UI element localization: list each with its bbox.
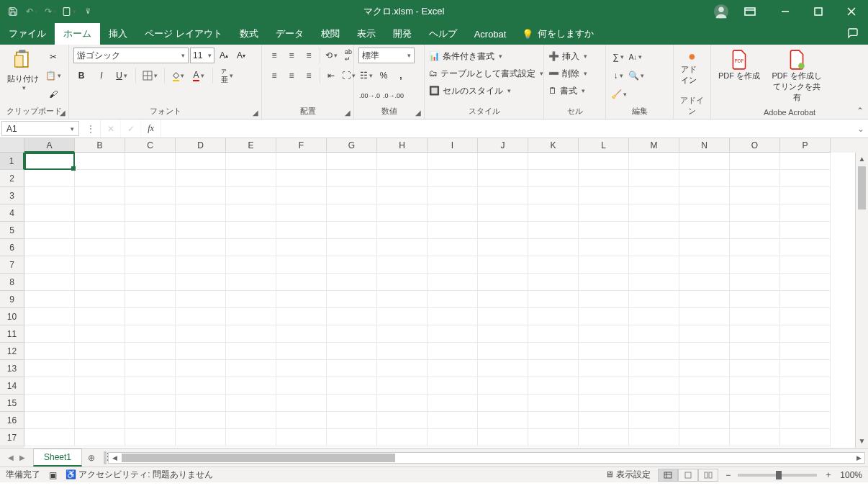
addins-button[interactable]: ● アドイン bbox=[678, 48, 706, 87]
cell[interactable] bbox=[629, 187, 679, 204]
cell[interactable] bbox=[629, 395, 679, 412]
font-name-combo[interactable]: 游ゴシック▾ bbox=[73, 48, 189, 63]
cell[interactable] bbox=[226, 187, 276, 204]
cell[interactable] bbox=[176, 325, 226, 343]
cell[interactable] bbox=[75, 239, 125, 256]
scroll-up-button[interactable]: ▲ bbox=[856, 153, 868, 166]
cell[interactable] bbox=[276, 395, 327, 412]
row-header-10[interactable]: 10 bbox=[0, 308, 24, 325]
cell[interactable] bbox=[428, 412, 478, 429]
cell[interactable] bbox=[629, 291, 679, 308]
cell[interactable] bbox=[24, 204, 75, 222]
cell[interactable] bbox=[730, 377, 780, 395]
row-header-3[interactable]: 3 bbox=[0, 187, 24, 204]
tab-split-handle[interactable]: ⋮ bbox=[104, 451, 107, 464]
cell[interactable] bbox=[176, 412, 226, 429]
cell[interactable] bbox=[730, 429, 780, 446]
cell[interactable] bbox=[377, 308, 428, 325]
cell[interactable] bbox=[176, 395, 226, 412]
qat-customize-icon[interactable]: ⊽ bbox=[81, 4, 95, 19]
cut-button[interactable]: ✂ bbox=[45, 49, 62, 65]
align-right-button[interactable]: ≡ bbox=[301, 68, 317, 84]
column-header-G[interactable]: G bbox=[327, 138, 377, 153]
column-header-A[interactable]: A bbox=[24, 138, 75, 153]
cell[interactable] bbox=[125, 429, 176, 446]
bold-button[interactable]: B bbox=[73, 68, 89, 84]
percent-button[interactable]: % bbox=[376, 68, 392, 84]
align-top-button[interactable]: ≡ bbox=[266, 48, 282, 63]
cell[interactable] bbox=[276, 360, 327, 377]
cell[interactable] bbox=[528, 395, 579, 412]
cell[interactable] bbox=[579, 377, 629, 395]
cell[interactable] bbox=[75, 360, 125, 377]
cell[interactable] bbox=[478, 325, 528, 343]
column-header-E[interactable]: E bbox=[226, 138, 276, 153]
cell[interactable] bbox=[579, 239, 629, 256]
borders-button[interactable]: ▾ bbox=[142, 68, 158, 84]
cell[interactable] bbox=[780, 204, 831, 222]
scroll-right-button[interactable]: ▶ bbox=[853, 453, 864, 463]
cell[interactable] bbox=[780, 222, 831, 239]
horizontal-scrollbar[interactable]: ◀ ▶ bbox=[108, 452, 865, 464]
insert-function-button[interactable]: fx bbox=[141, 120, 161, 138]
tab-acrobat[interactable]: Acrobat bbox=[466, 23, 515, 45]
paste-button[interactable]: 貼り付け ▾ bbox=[4, 48, 42, 93]
zoom-in-button[interactable]: ＋ bbox=[824, 469, 833, 481]
cell[interactable] bbox=[226, 395, 276, 412]
cell[interactable] bbox=[226, 412, 276, 429]
cell[interactable] bbox=[176, 153, 226, 170]
cell[interactable] bbox=[276, 239, 327, 256]
cell[interactable] bbox=[478, 222, 528, 239]
cell[interactable] bbox=[528, 187, 579, 204]
cell[interactable] bbox=[478, 412, 528, 429]
cell[interactable] bbox=[176, 308, 226, 325]
cell[interactable] bbox=[579, 153, 629, 170]
cell[interactable] bbox=[24, 256, 75, 274]
cell[interactable] bbox=[730, 187, 780, 204]
cell[interactable] bbox=[327, 274, 377, 291]
cell[interactable] bbox=[125, 153, 176, 170]
page-layout-view-button[interactable] bbox=[678, 469, 698, 482]
insert-cells-button[interactable]: ➕ 挿入 ▾ bbox=[548, 49, 587, 63]
cell[interactable] bbox=[730, 222, 780, 239]
vertical-scrollbar[interactable]: ▲ ▼ bbox=[855, 153, 868, 448]
cell[interactable] bbox=[176, 187, 226, 204]
fill-color-button[interactable]: ◇▾ bbox=[171, 68, 186, 84]
cell[interactable] bbox=[24, 274, 75, 291]
cell[interactable] bbox=[478, 204, 528, 222]
cell[interactable] bbox=[679, 308, 730, 325]
cell[interactable] bbox=[327, 395, 377, 412]
cell[interactable] bbox=[24, 170, 75, 187]
cell[interactable] bbox=[377, 325, 428, 343]
hscroll-thumb[interactable] bbox=[122, 454, 395, 462]
cell[interactable] bbox=[226, 274, 276, 291]
cell[interactable] bbox=[327, 343, 377, 360]
cell[interactable] bbox=[428, 429, 478, 446]
cell[interactable] bbox=[377, 395, 428, 412]
font-size-combo[interactable]: 11▾ bbox=[190, 48, 214, 63]
cell[interactable] bbox=[730, 360, 780, 377]
cell[interactable] bbox=[629, 222, 679, 239]
cell[interactable] bbox=[528, 222, 579, 239]
cell[interactable] bbox=[780, 274, 831, 291]
cell[interactable] bbox=[478, 395, 528, 412]
cell[interactable] bbox=[679, 187, 730, 204]
cell[interactable] bbox=[24, 412, 75, 429]
cell[interactable] bbox=[478, 360, 528, 377]
fill-button[interactable]: ↓▾ bbox=[610, 68, 626, 84]
cell[interactable] bbox=[176, 343, 226, 360]
tab-view[interactable]: 表示 bbox=[348, 23, 384, 45]
cell[interactable] bbox=[125, 170, 176, 187]
scroll-down-button[interactable]: ▼ bbox=[856, 435, 868, 448]
decrease-indent-button[interactable]: ⇤ bbox=[323, 68, 339, 84]
cell[interactable] bbox=[327, 153, 377, 170]
cell[interactable] bbox=[478, 343, 528, 360]
decrease-font-button[interactable]: A▾ bbox=[233, 48, 249, 63]
cell[interactable] bbox=[125, 291, 176, 308]
select-all-corner[interactable] bbox=[0, 138, 24, 153]
pdf-create-button[interactable]: PDF PDF を作成 bbox=[715, 48, 763, 83]
italic-button[interactable]: I bbox=[94, 68, 109, 84]
cell[interactable] bbox=[377, 222, 428, 239]
cell[interactable] bbox=[428, 222, 478, 239]
cell[interactable] bbox=[579, 429, 629, 446]
